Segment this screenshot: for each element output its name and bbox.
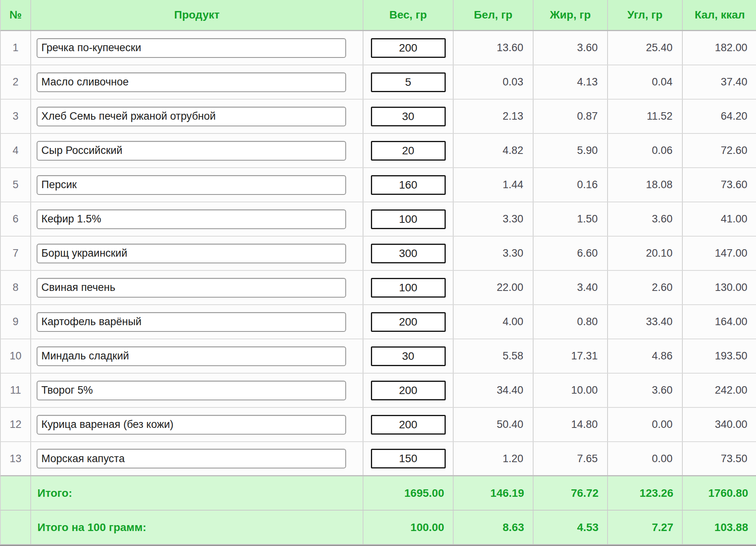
weight-input[interactable] [371, 346, 446, 366]
weight-input[interactable] [371, 244, 446, 263]
row-number-cell: 8 [1, 271, 31, 304]
calories-value: 72.60 [683, 134, 756, 167]
weight-cell [363, 374, 454, 407]
header-num: № [1, 0, 31, 30]
fat-value: 14.80 [534, 408, 608, 441]
totals-protein: 146.19 [454, 476, 534, 510]
protein-value: 34.40 [454, 374, 534, 407]
totals-per-100-calories: 103.88 [683, 511, 756, 544]
carbs-value: 20.10 [608, 237, 683, 270]
row-number-cell: 11 [1, 374, 31, 407]
weight-input[interactable] [371, 381, 446, 400]
weight-input[interactable] [371, 38, 446, 58]
protein-value: 0.03 [454, 65, 534, 99]
protein-value: 1.44 [454, 168, 534, 202]
product-cell [31, 65, 363, 99]
row-number-cell: 13 [1, 442, 31, 475]
totals-empty-cell [1, 476, 31, 510]
header-protein: Бел, гр [454, 0, 534, 30]
table-row: 9 4.00 0.80 33.40 164.00 [0, 305, 756, 339]
totals-per-100-fat: 4.53 [534, 511, 608, 544]
product-cell [31, 442, 363, 475]
carbs-value: 18.08 [608, 168, 683, 202]
row-number-cell: 3 [1, 100, 31, 133]
calories-value: 41.00 [683, 202, 756, 236]
product-input[interactable] [37, 175, 346, 195]
weight-cell [363, 168, 454, 202]
product-input[interactable] [37, 415, 346, 435]
fat-value: 6.60 [534, 237, 608, 270]
totals-carbs: 123.26 [608, 476, 683, 510]
row-number-cell: 1 [1, 31, 31, 65]
weight-input[interactable] [371, 312, 446, 332]
protein-value: 13.60 [454, 31, 534, 65]
calories-value: 37.40 [683, 65, 756, 99]
table-row: 13 1.20 7.65 0.00 73.50 [0, 442, 756, 476]
product-cell [31, 202, 363, 236]
carbs-value: 3.60 [608, 374, 683, 407]
weight-input[interactable] [371, 209, 446, 229]
weight-cell [363, 408, 454, 441]
fat-value: 5.90 [534, 134, 608, 167]
totals-per-100-label: Итого на 100 грамм: [31, 511, 363, 544]
weight-input[interactable] [371, 415, 446, 435]
product-cell [31, 100, 363, 133]
product-input[interactable] [37, 346, 346, 366]
calories-value: 340.00 [683, 408, 756, 441]
calories-value: 64.20 [683, 100, 756, 133]
weight-cell [363, 237, 454, 270]
nutrition-table: № Продукт Вес, гр Бел, гр Жир, гр Угл, г… [0, 0, 756, 546]
protein-value: 3.30 [454, 202, 534, 236]
totals-per-100-weight: 100.00 [363, 511, 454, 544]
totals-weight: 1695.00 [363, 476, 454, 510]
protein-value: 50.40 [454, 408, 534, 441]
table-row: 4 4.82 5.90 0.06 72.60 [0, 134, 756, 168]
product-cell [31, 237, 363, 270]
row-number-cell: 12 [1, 408, 31, 441]
product-input[interactable] [37, 449, 346, 468]
calories-value: 242.00 [683, 374, 756, 407]
carbs-value: 11.52 [608, 100, 683, 133]
protein-value: 1.20 [454, 442, 534, 475]
product-input[interactable] [37, 278, 346, 298]
product-input[interactable] [37, 209, 346, 229]
product-input[interactable] [37, 141, 346, 161]
product-input[interactable] [37, 38, 346, 58]
row-number-cell: 7 [1, 237, 31, 270]
weight-input[interactable] [371, 175, 446, 195]
fat-value: 0.16 [534, 168, 608, 202]
product-input[interactable] [37, 107, 346, 126]
weight-input[interactable] [371, 72, 446, 92]
protein-value: 22.00 [454, 271, 534, 304]
fat-value: 4.13 [534, 65, 608, 99]
weight-input[interactable] [371, 107, 446, 126]
weight-input[interactable] [371, 278, 446, 298]
carbs-value: 0.04 [608, 65, 683, 99]
product-input[interactable] [37, 72, 346, 92]
weight-cell [363, 65, 454, 99]
weight-cell [363, 442, 454, 475]
calories-value: 73.50 [683, 442, 756, 475]
fat-value: 1.50 [534, 202, 608, 236]
product-cell [31, 134, 363, 167]
carbs-value: 4.86 [608, 339, 683, 373]
product-input[interactable] [37, 244, 346, 263]
carbs-value: 0.00 [608, 442, 683, 475]
product-input[interactable] [37, 381, 346, 400]
protein-value: 3.30 [454, 237, 534, 270]
fat-value: 3.40 [534, 271, 608, 304]
table-row: 8 22.00 3.40 2.60 130.00 [0, 271, 756, 305]
totals-per-100-protein: 8.63 [454, 511, 534, 544]
row-number-cell: 4 [1, 134, 31, 167]
weight-input[interactable] [371, 449, 446, 468]
weight-input[interactable] [371, 141, 446, 161]
totals-fat: 76.72 [534, 476, 608, 510]
product-cell [31, 31, 363, 65]
calories-value: 73.60 [683, 168, 756, 202]
product-cell [31, 168, 363, 202]
totals-calories: 1760.80 [683, 476, 756, 510]
header-calories: Кал, ккал [683, 0, 756, 30]
weight-cell [363, 202, 454, 236]
product-input[interactable] [37, 312, 346, 332]
header-product: Продукт [31, 0, 363, 30]
